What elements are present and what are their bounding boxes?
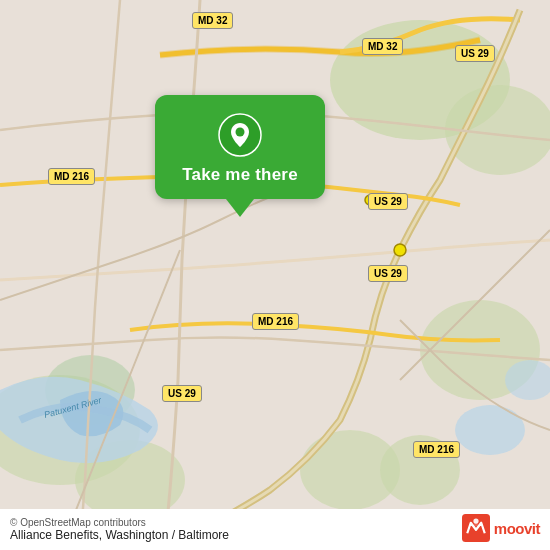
map-container: Patuxent River MD 32 MD 32 US 29 MD 216 … (0, 0, 550, 550)
take-me-there-button[interactable]: Take me there (155, 95, 325, 199)
location-pin-icon (218, 113, 262, 157)
moovit-logo[interactable]: moovit (462, 514, 540, 542)
location-name: Alliance Benefits, Washington / Baltimor… (10, 528, 229, 542)
bottom-bar: © OpenStreetMap contributors Alliance Be… (0, 509, 550, 550)
svg-point-9 (455, 405, 525, 455)
take-me-there-label: Take me there (182, 165, 298, 185)
svg-point-11 (394, 244, 406, 256)
moovit-brand-icon (462, 514, 490, 542)
bottom-left-info: © OpenStreetMap contributors Alliance Be… (10, 517, 229, 542)
svg-point-12 (365, 195, 375, 205)
moovit-label: moovit (494, 520, 540, 537)
osm-credit: © OpenStreetMap contributors (10, 517, 229, 528)
svg-point-7 (380, 435, 460, 505)
map-popup: Take me there (155, 95, 325, 217)
svg-point-15 (236, 128, 245, 137)
